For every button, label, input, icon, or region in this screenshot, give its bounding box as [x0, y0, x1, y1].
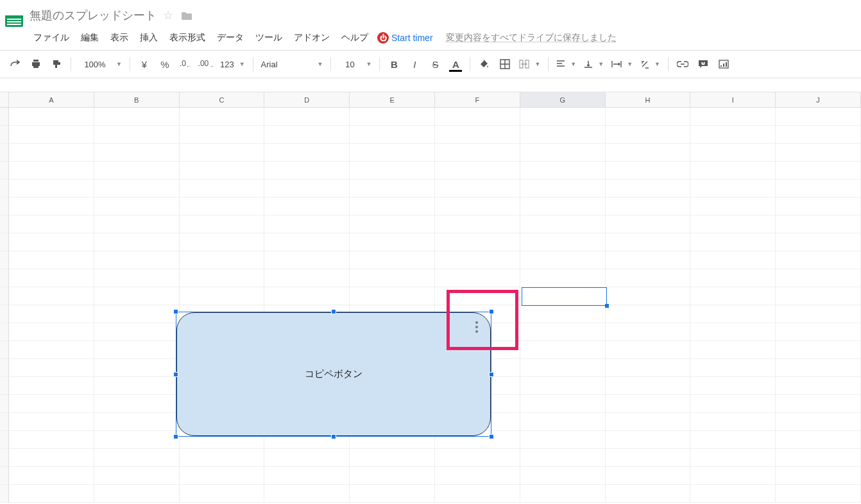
cell[interactable] [180, 144, 265, 162]
resize-handle[interactable] [489, 434, 494, 439]
cell[interactable] [9, 485, 94, 503]
menu-data[interactable]: データ [212, 29, 249, 46]
cell[interactable] [690, 377, 776, 395]
cell[interactable] [690, 431, 776, 449]
cell[interactable] [776, 233, 861, 251]
cell[interactable] [264, 180, 350, 197]
cell[interactable] [180, 162, 265, 180]
column-header[interactable]: E [350, 92, 435, 108]
cell[interactable] [606, 180, 691, 197]
cell[interactable] [606, 108, 691, 126]
cell[interactable] [9, 449, 94, 467]
cell[interactable] [350, 485, 435, 503]
cell[interactable] [264, 287, 350, 305]
cell[interactable] [264, 215, 350, 233]
cell[interactable] [94, 233, 180, 251]
cell[interactable] [606, 359, 691, 377]
cell[interactable] [180, 485, 265, 503]
cell[interactable] [520, 323, 606, 341]
cell[interactable] [9, 287, 94, 305]
row-header[interactable] [0, 485, 9, 503]
cell[interactable] [9, 359, 94, 377]
cell[interactable] [264, 233, 350, 251]
cell[interactable] [350, 197, 435, 215]
cell[interactable] [180, 449, 265, 467]
cell[interactable] [94, 377, 180, 395]
menu-view[interactable]: 表示 [105, 29, 133, 46]
cell[interactable] [776, 359, 861, 377]
italic-button[interactable]: I [405, 55, 423, 73]
cell[interactable] [264, 251, 350, 269]
merge-cells-dropdown[interactable]: ▼ [516, 60, 543, 69]
cell[interactable] [520, 467, 606, 485]
cell[interactable] [520, 287, 606, 305]
cell[interactable] [520, 431, 606, 449]
cell[interactable] [180, 251, 265, 269]
text-color-button[interactable]: A [447, 55, 465, 73]
row-header[interactable] [0, 359, 9, 377]
cell[interactable] [435, 162, 520, 180]
column-header[interactable]: D [264, 92, 350, 108]
cell[interactable] [690, 108, 776, 126]
cell[interactable] [520, 126, 606, 144]
cell[interactable] [435, 126, 520, 144]
column-header[interactable]: I [690, 92, 776, 108]
cell[interactable] [435, 108, 520, 126]
cell[interactable] [776, 287, 861, 305]
cell[interactable] [690, 305, 776, 323]
cell[interactable] [776, 197, 861, 215]
cell[interactable] [520, 233, 606, 251]
row-header[interactable] [0, 180, 9, 197]
cell[interactable] [264, 449, 350, 467]
cell[interactable] [94, 251, 180, 269]
menu-file[interactable]: ファイル [28, 29, 74, 46]
cell[interactable] [435, 467, 520, 485]
cell[interactable] [690, 162, 776, 180]
cell[interactable] [690, 413, 776, 431]
cell[interactable] [776, 180, 861, 197]
cell[interactable] [9, 215, 94, 233]
cell[interactable] [520, 305, 606, 323]
cell[interactable] [776, 323, 861, 341]
cell[interactable] [264, 485, 350, 503]
row-header[interactable] [0, 233, 9, 251]
cell[interactable] [9, 126, 94, 144]
cell[interactable] [9, 341, 94, 359]
cell[interactable] [690, 126, 776, 144]
menu-edit[interactable]: 編集 [76, 29, 104, 46]
print-icon[interactable] [27, 55, 45, 73]
cell[interactable] [264, 269, 350, 287]
cell[interactable] [606, 144, 691, 162]
cell[interactable] [606, 485, 691, 503]
row-header[interactable] [0, 197, 9, 215]
column-header[interactable]: B [94, 92, 180, 108]
cell[interactable] [606, 251, 691, 269]
menu-insert[interactable]: 挿入 [135, 29, 163, 46]
cell[interactable] [9, 377, 94, 395]
cell[interactable] [9, 233, 94, 251]
redo-icon[interactable] [6, 55, 24, 73]
horizontal-align-dropdown[interactable]: ▼ [554, 60, 579, 68]
cell[interactable] [520, 197, 606, 215]
cell[interactable] [690, 359, 776, 377]
text-rotation-dropdown[interactable]: ▼ [638, 60, 663, 69]
cell[interactable] [264, 144, 350, 162]
strikethrough-button[interactable]: S [426, 55, 444, 73]
cell[interactable] [520, 251, 606, 269]
cell[interactable] [520, 359, 606, 377]
sheets-logo-icon[interactable] [5, 4, 23, 27]
cell[interactable] [94, 467, 180, 485]
cell[interactable] [94, 323, 180, 341]
cell[interactable] [264, 197, 350, 215]
cell[interactable] [94, 162, 180, 180]
cell[interactable] [776, 449, 861, 467]
cell[interactable] [350, 126, 435, 144]
cell[interactable] [9, 197, 94, 215]
cell[interactable] [690, 323, 776, 341]
cell[interactable] [180, 269, 265, 287]
cell[interactable] [520, 413, 606, 431]
cell[interactable] [94, 144, 180, 162]
cell[interactable] [9, 180, 94, 197]
cell[interactable] [9, 108, 94, 126]
cell[interactable] [776, 162, 861, 180]
